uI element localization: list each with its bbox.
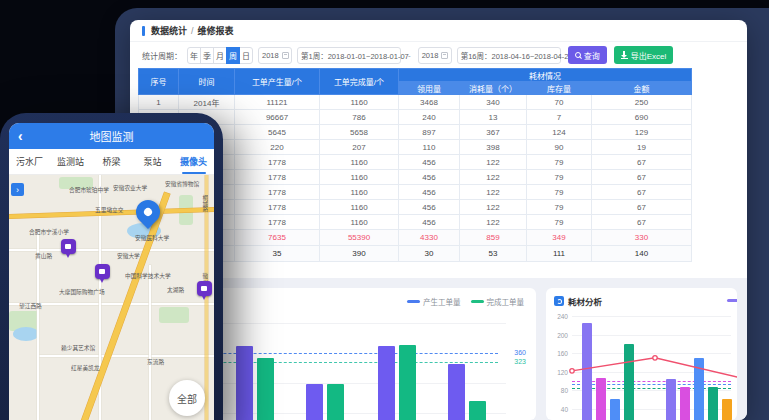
show-all-button[interactable]: 全部	[169, 380, 205, 416]
end-week-value: 第16周：2018-04-16~2018-04-22	[461, 50, 573, 61]
period-option-周[interactable]: 周	[226, 47, 240, 64]
search-button[interactable]: 查询	[568, 46, 607, 64]
cell: 67	[592, 155, 692, 170]
legend-swatch	[407, 300, 420, 303]
cell: 456	[399, 155, 460, 170]
col-header: 时间	[179, 69, 235, 95]
cell: 122	[460, 200, 527, 215]
cell: 122	[460, 170, 527, 185]
cell: 122	[460, 185, 527, 200]
cell: 129	[592, 125, 692, 140]
cell: 1778	[235, 170, 320, 185]
period-option-月[interactable]: 月	[213, 47, 227, 64]
cell: 111	[527, 246, 592, 262]
cell: 367	[460, 125, 527, 140]
cell: 79	[527, 200, 592, 215]
start-year-value: 2018	[262, 51, 279, 60]
map-label: 安徽省博物馆	[165, 179, 199, 188]
legend-item: 完成工单量	[471, 296, 525, 307]
cell: 456	[399, 200, 460, 215]
map-canvas[interactable]: 合肥市琥珀中学安徽农业大学安徽省博物馆桐城路五里墩立交合肥市宁溪小学安徽医科大学…	[9, 175, 214, 420]
period-option-日[interactable]: 日	[239, 47, 253, 64]
map-label: 望江西路	[19, 301, 42, 310]
expand-panel-button[interactable]: ›	[11, 183, 24, 196]
map-label: 合肥市宁溪小学	[29, 227, 69, 236]
cell: 79	[527, 185, 592, 200]
end-year-select[interactable]: 2018	[418, 47, 452, 64]
start-week-value: 第1周：2018-01-01~2018-01-07	[301, 50, 409, 61]
cell: 207	[320, 140, 399, 155]
cell: 1778	[235, 155, 320, 170]
cell: 3468	[399, 95, 460, 110]
bar-完成工单量	[327, 384, 344, 420]
cell: 456	[399, 170, 460, 185]
map-label: 大摩国际购物广场	[59, 287, 105, 296]
camera-marker-icon[interactable]	[95, 264, 110, 279]
legend-label: 产生工单量	[423, 296, 461, 307]
cell: 55390	[320, 230, 399, 246]
period-option-年[interactable]: 年	[187, 47, 201, 64]
water-area	[13, 327, 39, 341]
cell: 1778	[235, 215, 320, 230]
camera-marker-icon[interactable]	[197, 281, 212, 296]
map-label: 赖少其艺术馆	[61, 343, 95, 352]
cell: 1	[139, 95, 179, 110]
col-header: 耗材情况	[399, 69, 692, 82]
sub-col-header: 金额	[592, 82, 692, 95]
tab-污水厂[interactable]: 污水厂	[9, 149, 50, 174]
cell: 1778	[235, 200, 320, 215]
cell: 122	[460, 155, 527, 170]
download-icon	[621, 51, 628, 59]
export-button-label: 导出Excel	[631, 50, 667, 61]
breadcrumb-accent-bar	[142, 26, 145, 36]
map-label: 桐城路	[201, 195, 210, 212]
cell: 4330	[399, 230, 460, 246]
tab-监测站[interactable]: 监测站	[50, 149, 91, 174]
map-label: 中国科学技术大学	[125, 271, 171, 280]
legend-label: 完成工单量	[487, 296, 525, 307]
cell: 140	[592, 246, 692, 262]
cell: 122	[460, 215, 527, 230]
start-week-select[interactable]: 第1周：2018-01-01~2018-01-07	[297, 47, 401, 64]
breadcrumb-separator: /	[191, 26, 194, 36]
map-label: 安徽大学	[117, 251, 140, 260]
table-row[interactable]: 12014年111211160346834070250	[139, 95, 692, 110]
col-header: 工单产生量/个	[235, 69, 320, 95]
phone-tab-bar: 污水厂监测站桥梁泵站摄像头	[9, 149, 214, 175]
cell: 330	[592, 230, 692, 246]
end-week-select[interactable]: 第16周：2018-04-16~2018-04-22	[457, 47, 561, 64]
back-chevron-icon[interactable]: ‹	[18, 123, 23, 149]
cell: 11121	[235, 95, 320, 110]
camera-marker-icon[interactable]	[61, 239, 76, 254]
phone-header: ‹ 地图监测	[9, 123, 214, 149]
cell: 5658	[320, 125, 399, 140]
bar-产生工单量	[448, 364, 465, 420]
tab-泵站[interactable]: 泵站	[132, 149, 173, 174]
map-label: 东流路	[147, 357, 164, 366]
tab-摄像头[interactable]: 摄像头	[173, 149, 214, 174]
cell: 7	[527, 110, 592, 125]
trend-line	[546, 288, 737, 420]
period-option-季[interactable]: 季	[200, 47, 214, 64]
cell: 349	[527, 230, 592, 246]
start-year-select[interactable]: 2018	[258, 47, 292, 64]
reference-label: 360	[514, 349, 526, 356]
phone-mockup: ‹ 地图监测 污水厂监测站桥梁泵站摄像头 合肥市琥珀中学安徽农业大学安徽省博物馆…	[0, 113, 223, 420]
period-label: 统计周期：	[142, 50, 182, 61]
cell: 1160	[320, 155, 399, 170]
map-label: 安徽农业大学	[113, 183, 147, 192]
cell: 1160	[320, 95, 399, 110]
cell: 1778	[235, 185, 320, 200]
col-header: 工单完成量/个	[320, 69, 399, 95]
cell: 7635	[235, 230, 320, 246]
cell: 53	[460, 246, 527, 262]
tab-桥梁[interactable]: 桥梁	[91, 149, 132, 174]
cell: 786	[320, 110, 399, 125]
period-segmented-control: 年季月周日	[187, 47, 253, 64]
cell: 1160	[320, 215, 399, 230]
export-excel-button[interactable]: 导出Excel	[614, 46, 674, 64]
cell: 1160	[320, 170, 399, 185]
table-row[interactable]: 296667786240137690	[139, 110, 692, 125]
cell: 67	[592, 215, 692, 230]
breadcrumb: 数据统计 / 维修报表	[130, 20, 747, 42]
